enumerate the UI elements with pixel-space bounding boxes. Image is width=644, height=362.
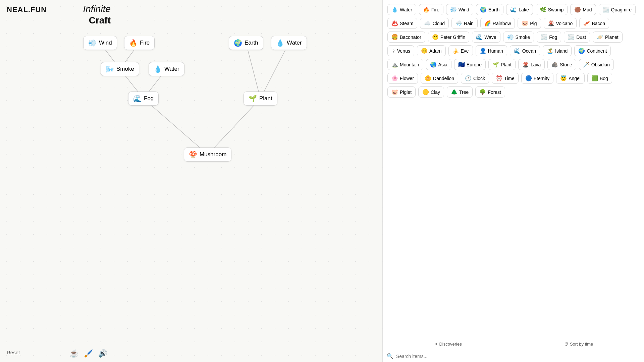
sidebar-item[interactable]: 😊Adam: [417, 45, 446, 56]
sidebar-item[interactable]: 🌱Plant: [488, 59, 516, 70]
sidebar-item[interactable]: 🌲Tree: [447, 86, 473, 98]
sidebar-item-label: Island: [555, 48, 568, 54]
sidebar-item[interactable]: 🍌Eve: [448, 45, 473, 56]
sidebar-item-emoji: 🌼: [425, 75, 431, 81]
sidebar-item[interactable]: 🐷Pig: [518, 18, 541, 29]
sidebar-item[interactable]: 🪨Stone: [547, 59, 576, 70]
sidebar-item[interactable]: ♀️Venus: [387, 45, 414, 56]
sidebar-item-label: Baconator: [400, 35, 421, 40]
sidebar-item-label: Europe: [467, 62, 482, 67]
sidebar-item-label: Cloud: [432, 21, 445, 26]
search-input[interactable]: [396, 354, 640, 359]
sidebar-item[interactable]: 🏝️Island: [543, 45, 572, 56]
sidebar-item[interactable]: ⏰Time: [492, 73, 519, 84]
canvas-element-water1[interactable]: 💧Water: [149, 62, 184, 76]
sidebar-item[interactable]: 🌊Lake: [506, 4, 533, 15]
sidebar-item[interactable]: 😇Angel: [556, 73, 585, 84]
sidebar-item[interactable]: 🍔Baconator: [387, 32, 425, 43]
canvas-element-earth[interactable]: 🌍Earth: [229, 36, 263, 50]
sidebar-item[interactable]: 🌊Wave: [472, 32, 500, 43]
canvas-element-plant[interactable]: 🌱Plant: [244, 92, 277, 106]
sidebar-item[interactable]: ♨️Steam: [387, 18, 417, 29]
sidebar-item[interactable]: 😐Peter Griffin: [428, 32, 469, 43]
sidebar-item[interactable]: 🟡Clay: [418, 86, 444, 98]
sidebar-item[interactable]: 🪐Planet: [593, 32, 623, 43]
sidebar-item[interactable]: 🐷Piglet: [387, 86, 416, 98]
sidebar-item-emoji: 🌫️: [568, 34, 575, 40]
sidebar-item-label: Wind: [459, 7, 469, 12]
sidebar-item[interactable]: 💨Wind: [446, 4, 473, 15]
sidebar-item-emoji: 🐷: [522, 20, 528, 26]
sidebar-item-emoji: 👤: [480, 48, 486, 54]
sidebar-item[interactable]: 🌫️Fog: [537, 32, 561, 43]
sidebar-item[interactable]: 🌼Dandelion: [421, 73, 458, 84]
sidebar-item-label: Pig: [530, 21, 537, 26]
canvas-element-mushroom[interactable]: 🍄Mushroom: [184, 147, 231, 162]
sidebar-item-emoji: 😇: [560, 75, 567, 81]
sound-icon[interactable]: 🔊: [98, 349, 107, 358]
sidebar-item[interactable]: 🌍Continent: [574, 45, 611, 56]
tab-discoveries[interactable]: ✦ Discoveries: [383, 338, 514, 350]
sidebar-item[interactable]: 🌧️Rain: [451, 18, 478, 29]
sidebar-item[interactable]: 🌏Asia: [426, 59, 451, 70]
sidebar-item-label: Bog: [600, 76, 608, 81]
sidebar-item[interactable]: 🌊Ocean: [510, 45, 540, 56]
sidebar-item[interactable]: ⛰️Mountain: [387, 59, 423, 70]
game-title: Infinite Craft: [83, 3, 111, 26]
sidebar-item[interactable]: 🌳Forest: [475, 86, 505, 98]
tab-sort[interactable]: ⏱ Sort by time: [514, 338, 644, 350]
brush-icon[interactable]: 🖌️: [84, 349, 93, 358]
sidebar-item[interactable]: 🌫️Dust: [564, 32, 590, 43]
sidebar-item-emoji: ⛰️: [391, 61, 398, 68]
sidebar-item[interactable]: 🔵Eternity: [521, 73, 553, 84]
sidebar-item-emoji: 😐: [432, 34, 439, 40]
sidebar-item[interactable]: 🌋Lava: [518, 59, 545, 70]
sidebar-item-label: Mud: [583, 7, 592, 12]
sidebar-item-emoji: 🌊: [514, 48, 521, 54]
sidebar-item-emoji: 🌲: [451, 89, 458, 95]
sidebar-item-emoji: 🌊: [476, 34, 483, 40]
element-emoji: 💧: [154, 65, 162, 73]
element-label: Smoke: [116, 66, 134, 72]
sidebar-item-label: Asia: [438, 62, 447, 67]
sidebar-item-label: Clay: [431, 89, 440, 95]
game-title-line1: Infinite: [83, 3, 111, 15]
sidebar-item-label: Wave: [484, 35, 496, 40]
sidebar-item-emoji: ♀️: [391, 48, 395, 54]
reset-button[interactable]: Reset: [7, 350, 20, 355]
sidebar-item[interactable]: ☁️Cloud: [420, 18, 449, 29]
sidebar-item-emoji: 🌋: [522, 61, 529, 68]
sidebar-item[interactable]: 🕐Clock: [461, 73, 489, 84]
sidebar-item[interactable]: 🟤Mud: [570, 4, 596, 15]
sidebar-item[interactable]: 🟩Bog: [587, 73, 612, 84]
sidebar-item-emoji: 🟡: [422, 89, 429, 95]
canvas-element-smoke[interactable]: 🌬️Smoke: [101, 62, 139, 76]
coffee-icon[interactable]: ☕: [69, 349, 78, 358]
sidebar-item[interactable]: 🌿Swamp: [536, 4, 568, 15]
element-label: Earth: [245, 40, 258, 46]
sidebar-item-emoji: 🪐: [597, 34, 603, 40]
sidebar-item[interactable]: 🔥Fire: [419, 4, 443, 15]
sidebar-item-emoji: 🇪🇺: [458, 61, 465, 68]
sidebar-item[interactable]: 💨Smoke: [503, 32, 534, 43]
canvas-element-wind[interactable]: 💨Wind: [83, 36, 117, 50]
sidebar-item[interactable]: 🥓Bacon: [579, 18, 609, 29]
sidebar-item-emoji: 🏝️: [547, 48, 553, 54]
sidebar: 💧Water🔥Fire💨Wind🌍Earth🌊Lake🌿Swamp🟤Mud🌫️Q…: [382, 0, 644, 362]
sidebar-item[interactable]: 🌋Volcano: [544, 18, 577, 29]
canvas-element-fog[interactable]: 🌊Fog: [128, 92, 159, 106]
sidebar-item[interactable]: 👤Human: [476, 45, 507, 56]
canvas-area[interactable]: NEAL.FUN Infinite Craft Reset ☕ 🖌️ 🔊 💨Wi…: [0, 0, 382, 362]
sidebar-item[interactable]: 🇪🇺Europe: [454, 59, 486, 70]
sidebar-item[interactable]: 🗡️Obsidian: [579, 59, 614, 70]
sidebar-item-emoji: 💨: [507, 34, 514, 40]
sidebar-item-emoji: 😊: [421, 48, 428, 54]
sidebar-item[interactable]: 🌍Earth: [476, 4, 503, 15]
canvas-element-water2[interactable]: 💧Water: [271, 36, 307, 50]
canvas-element-fire[interactable]: 🔥Fire: [124, 36, 155, 50]
sidebar-item-emoji: 🔵: [525, 75, 532, 81]
sidebar-item[interactable]: 🌫️Quagmire: [599, 4, 636, 15]
sidebar-item[interactable]: 🌸Flower: [387, 73, 418, 84]
sidebar-item[interactable]: 🌈Rainbow: [480, 18, 515, 29]
sidebar-item[interactable]: 💧Water: [387, 4, 416, 15]
